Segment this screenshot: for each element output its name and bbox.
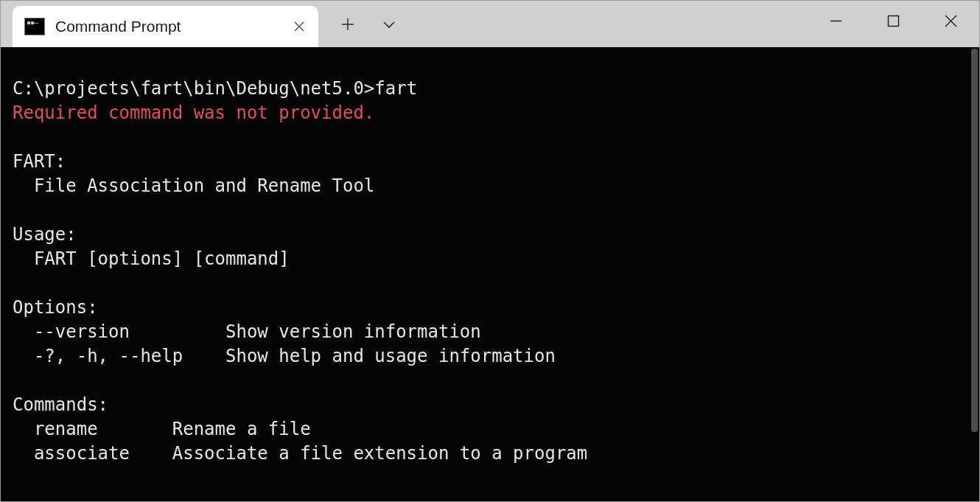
chevron-down-icon xyxy=(382,18,396,31)
tab-actions xyxy=(318,1,398,47)
tab-title: Command Prompt xyxy=(55,18,279,35)
option-line: -?, -h, --help Show help and usage infor… xyxy=(13,346,556,366)
help-header: FART: xyxy=(13,151,66,172)
plus-icon xyxy=(341,18,354,31)
maximize-icon xyxy=(887,15,900,27)
help-description: File Association and Rename Tool xyxy=(13,175,374,196)
window-controls xyxy=(807,1,979,41)
close-tab-button[interactable] xyxy=(289,16,309,37)
tab-dropdown-button[interactable] xyxy=(380,15,398,33)
prompt-path: C:\projects\fart\bin\Debug\net5.0> xyxy=(13,78,374,99)
scroll-thumb[interactable] xyxy=(971,49,978,432)
close-icon xyxy=(293,21,305,32)
option-line: --version Show version information xyxy=(13,321,481,342)
close-window-button[interactable] xyxy=(922,1,979,41)
scrollbar[interactable] xyxy=(968,47,979,502)
usage-line: FART [options] [command] xyxy=(13,248,290,269)
close-icon xyxy=(945,15,957,27)
command-line: rename Rename a file xyxy=(13,419,311,439)
options-header: Options: xyxy=(13,297,98,318)
terminal-output[interactable]: C:\projects\fart\bin\Debug\net5.0>fart R… xyxy=(1,47,979,502)
terminal: C:\projects\fart\bin\Debug\net5.0>fart R… xyxy=(1,47,979,502)
commands-header: Commands: xyxy=(13,394,108,415)
command-line: associate Associate a file extension to … xyxy=(13,443,587,464)
titlebar: ▪▪— Command Prompt xyxy=(1,1,979,47)
new-tab-button[interactable] xyxy=(339,15,357,33)
typed-command: fart xyxy=(374,78,417,99)
minimize-icon xyxy=(830,15,842,27)
terminal-icon: ▪▪— xyxy=(24,18,45,35)
error-line: Required command was not provided. xyxy=(13,102,374,123)
usage-header: Usage: xyxy=(13,224,77,245)
minimize-button[interactable] xyxy=(807,1,864,41)
svg-rect-0 xyxy=(888,15,898,26)
tab-command-prompt[interactable]: ▪▪— Command Prompt xyxy=(13,6,318,47)
tab-strip: ▪▪— Command Prompt xyxy=(1,1,398,47)
maximize-button[interactable] xyxy=(864,1,922,41)
